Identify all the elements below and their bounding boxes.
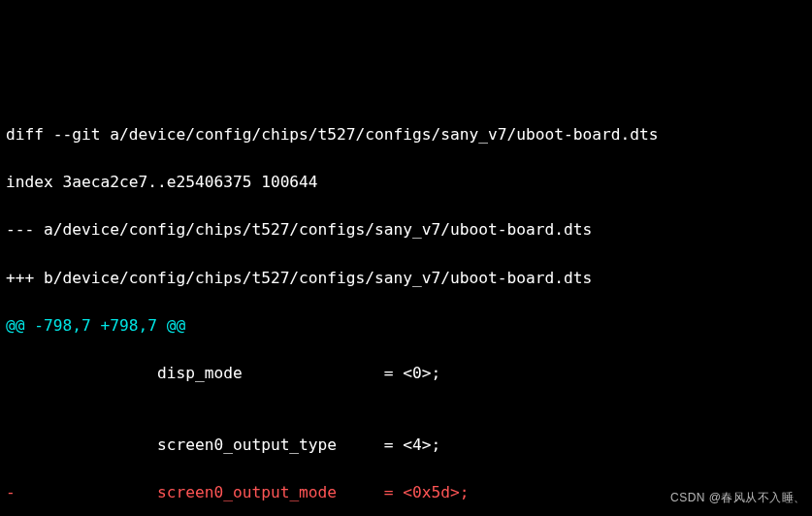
diff-header-index: index 3aeca2ce7..e25406375 100644 — [6, 171, 806, 195]
diff-header-b: +++ b/device/config/chips/t527/configs/s… — [6, 267, 806, 291]
diff-hunk-header: @@ -798,7 +798,7 @@ — [6, 314, 806, 339]
diff-del-marker: - — [6, 483, 157, 501]
diff-del-rest: = <0x5d>; — [337, 483, 469, 501]
watermark-text: CSDN @春风从不入睡、 — [670, 486, 806, 510]
diff-output: diff --git a/device/config/chips/t527/co… — [0, 95, 812, 516]
diff-header-a: --- a/device/config/chips/t527/configs/s… — [6, 218, 806, 242]
diff-header-cmd: diff --git a/device/config/chips/t527/co… — [6, 123, 806, 147]
diff-del-key: screen0_output_mode — [157, 483, 337, 501]
diff-ctx-line: screen0_output_type = <4>; — [6, 434, 806, 458]
diff-ctx-line: disp_mode = <0>; — [6, 362, 806, 386]
